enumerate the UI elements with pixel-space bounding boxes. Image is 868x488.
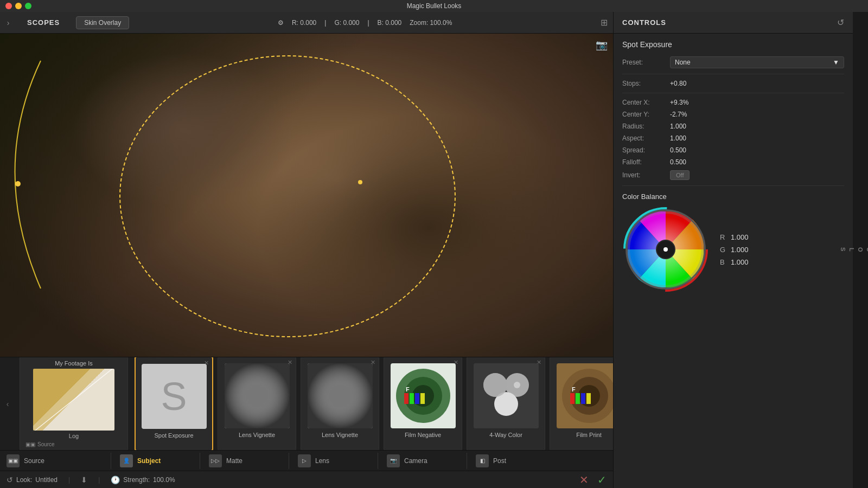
svg-rect-22 xyxy=(570,393,575,404)
r-channel-label: R xyxy=(720,233,726,241)
bottom-strip: ‹ My Footage Is Log ▣▣ Source xyxy=(0,357,613,471)
4way-color-svg xyxy=(474,363,539,428)
aspect-label: Aspect: xyxy=(622,134,666,142)
ctrl-divider-1 xyxy=(622,74,844,74)
invert-toggle[interactable]: Off xyxy=(670,170,690,180)
strip-nav-left[interactable]: ‹ xyxy=(0,362,15,446)
film-print-svg: F xyxy=(557,363,614,428)
curve-svg xyxy=(33,369,114,431)
main-layout: › SCOPES Skin Overlay ⚙ R: 0.000 | G: 0.… xyxy=(0,12,868,488)
toolbar-center: ⚙ R: 0.000 | G: 0.000 | B: 0.000 Zoom: 1… xyxy=(129,19,601,27)
toolbar-right: ⊞ xyxy=(601,17,608,28)
section-lens[interactable]: ▷ Lens xyxy=(291,454,375,467)
footage-card-bottom: ▣▣ Source xyxy=(23,441,124,447)
svg-point-32 xyxy=(663,247,668,252)
falloff-row: Falloff: 0.500 xyxy=(622,158,844,166)
effect-card-lens-vignette-1[interactable]: ✕ Lens Vig xyxy=(218,357,296,450)
titlebar: Magic Bullet Looks xyxy=(0,0,868,12)
camera-icon[interactable]: 📷 xyxy=(596,39,608,51)
minimize-button[interactable] xyxy=(15,3,22,9)
g-value: G: 0.000 xyxy=(334,19,359,27)
gear-icon[interactable]: ⚙ xyxy=(278,19,284,27)
confirm-button[interactable]: ✓ xyxy=(597,473,607,486)
effect-card-film-print[interactable]: ✕ F Film Print xyxy=(550,357,613,450)
look-name: Untitled xyxy=(35,476,58,484)
effect-card-film-negative[interactable]: ✕ F Film xyxy=(384,357,462,450)
svg-rect-8 xyxy=(404,393,409,404)
source-icon: ▣▣ xyxy=(7,454,20,467)
reset-icon[interactable]: ↺ xyxy=(837,17,844,28)
ctrl-divider-3 xyxy=(622,185,844,186)
falloff-label: Falloff: xyxy=(622,158,666,166)
stops-row: Stops: +0.80 xyxy=(622,80,844,87)
lens-vignette-1-svg xyxy=(225,363,290,428)
film-negative-svg: F xyxy=(391,363,456,428)
section-post[interactable]: ◧ Post xyxy=(469,454,553,467)
maximize-button[interactable] xyxy=(25,3,31,9)
cards-area: ‹ My Footage Is Log ▣▣ Source xyxy=(0,357,613,450)
lens-vignette-2-svg xyxy=(308,363,373,428)
svg-point-17 xyxy=(483,373,507,397)
cancel-button[interactable]: ✕ xyxy=(579,473,589,486)
tools-s: S xyxy=(840,247,846,252)
svg-rect-10 xyxy=(415,393,419,404)
close-icon[interactable]: ✕ xyxy=(288,359,292,366)
svg-text:F: F xyxy=(572,386,576,393)
svg-rect-4 xyxy=(308,363,373,428)
effect-card-4way-color[interactable]: ✕ 4-Way Color xyxy=(467,357,545,450)
b-channel-value: 1.000 xyxy=(731,258,755,266)
color-wheel[interactable] xyxy=(622,206,709,293)
g-channel-value: 1.000 xyxy=(731,246,755,254)
aspect-value: 1.000 xyxy=(670,134,686,142)
svg-point-18 xyxy=(514,382,520,388)
svg-rect-25 xyxy=(586,393,591,404)
film-print-thumbnail: F xyxy=(557,363,614,428)
center-x-label: Center X: xyxy=(622,99,666,106)
radius-row: Radius: 1.000 xyxy=(622,123,844,130)
separator-1: | xyxy=(324,19,326,27)
left-anchor-dot[interactable] xyxy=(15,181,21,187)
post-icon: ◧ xyxy=(476,454,489,467)
nav-left-icon[interactable]: › xyxy=(0,12,16,34)
spot-exposure-thumbnail: S xyxy=(142,364,207,429)
tools-o1: O xyxy=(866,247,868,253)
film-negative-label: Film Negative xyxy=(405,432,441,438)
radius-value: 1.000 xyxy=(670,123,686,130)
bottom-bar-actions: ✕ ✓ xyxy=(579,473,607,486)
preset-dropdown[interactable]: None ▼ xyxy=(670,56,844,68)
undo-icon[interactable]: ↺ xyxy=(7,476,13,484)
effect-card-lens-vignette-2[interactable]: ✕ Lens Vig xyxy=(301,357,379,450)
effect-card-spot-exposure[interactable]: ✕ S Spot Exposure xyxy=(135,357,213,450)
save-item[interactable]: ⬇ xyxy=(81,476,87,484)
look-item: ↺ Look: Untitled xyxy=(7,476,58,484)
center-dot[interactable] xyxy=(358,180,362,184)
footage-icon-btn[interactable]: ▣▣ Source xyxy=(25,441,55,447)
footage-card-label: Log xyxy=(69,433,79,439)
preview-area[interactable]: 📷 xyxy=(0,34,613,357)
look-label: Look: xyxy=(16,476,32,484)
section-separator-4 xyxy=(378,453,378,469)
radius-label: Radius: xyxy=(622,123,666,130)
svg-rect-2 xyxy=(225,363,290,428)
color-wheel-container: R 1.000 G 1.000 B 1.000 xyxy=(622,206,844,293)
svg-rect-9 xyxy=(410,393,414,404)
center-y-row: Center Y: -2.7% xyxy=(622,111,844,118)
right-panel: CONTROLS ↺ Spot Exposure Preset: None ▼ … xyxy=(613,12,853,488)
section-subject[interactable]: 👤 Subject xyxy=(113,454,197,467)
aspect-row: Aspect: 1.000 xyxy=(622,134,844,142)
close-icon[interactable]: ✕ xyxy=(371,359,375,366)
layout-icon[interactable]: ⊞ xyxy=(601,17,608,28)
strength-value: 100.0% xyxy=(153,476,175,484)
section-matte[interactable]: ▷▷ Matte xyxy=(202,454,286,467)
skin-overlay-button[interactable]: Skin Overlay xyxy=(76,16,129,29)
center-x-row: Center X: +9.3% xyxy=(622,99,844,106)
color-balance-title: Color Balance xyxy=(622,192,844,201)
rgb-values: R 1.000 G 1.000 B 1.000 xyxy=(720,233,755,266)
tools-sidebar: T O O L S xyxy=(853,12,868,488)
subject-icon: 👤 xyxy=(120,454,133,467)
center-y-value: -2.7% xyxy=(670,111,687,118)
clock-icon: 🕐 xyxy=(111,476,120,484)
strength-item: 🕐 Strength: 100.0% xyxy=(111,476,175,484)
section-camera[interactable]: 📷 Camera xyxy=(380,454,464,467)
close-button[interactable] xyxy=(5,3,12,9)
